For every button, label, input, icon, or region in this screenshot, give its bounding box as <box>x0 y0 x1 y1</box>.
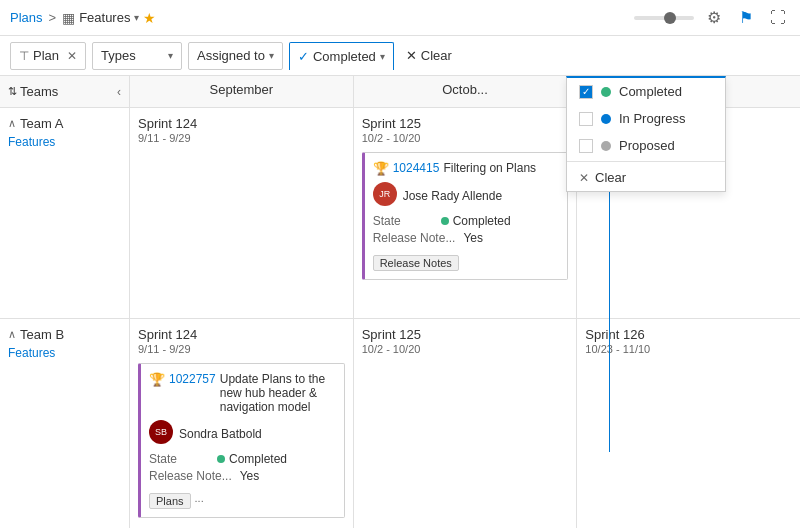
completed-chevron-icon: ▾ <box>380 51 385 62</box>
september-header: September <box>130 76 354 107</box>
dropdown-proposed-label: Proposed <box>619 138 675 153</box>
slider-track <box>634 16 694 20</box>
sprint-125-b-dates: 10/2 - 10/20 <box>362 343 569 355</box>
dropdown-clear-button[interactable]: ✕ Clear <box>567 164 725 191</box>
types-label: Types <box>101 48 136 63</box>
card-b-tags-row: Plans ... <box>149 487 336 509</box>
team-b-sprint-row: Sprint 124 9/11 - 9/29 🏆 1022757 Update … <box>130 319 800 529</box>
team-b-chevron-icon[interactable]: ∧ <box>8 328 16 341</box>
types-filter[interactable]: Types ▾ <box>92 42 182 70</box>
card-avatar-1022757: SB <box>149 420 173 444</box>
card-id-1022757[interactable]: 1022757 <box>169 372 216 386</box>
filter-button[interactable]: ⚑ <box>734 6 758 30</box>
completed-filter[interactable]: ✓ Completed ▾ <box>289 42 394 70</box>
star-icon[interactable]: ★ <box>143 10 156 26</box>
sprint-124-b-name: Sprint 124 <box>138 327 345 342</box>
proposed-checkbox[interactable] <box>579 139 593 153</box>
clear-all-label: Clear <box>421 48 452 63</box>
card-title-row: 🏆 1024415 Filtering on Plans <box>373 161 560 176</box>
breadcrumb-sep: > <box>49 10 57 25</box>
plans-tag[interactable]: Plans <box>149 493 191 509</box>
teams-header: ⇅ Teams ‹ <box>0 76 130 107</box>
state-label-b: State <box>149 452 209 466</box>
collapse-left-icon[interactable]: ‹ <box>117 85 121 99</box>
sprint-124-a-name: Sprint 124 <box>138 116 345 131</box>
assigned-to-filter[interactable]: Assigned to ▾ <box>188 42 283 70</box>
team-a-chevron-icon[interactable]: ∧ <box>8 117 16 130</box>
completed-dropdown-panel: ✓ Completed In Progress Proposed ✕ Clear <box>566 76 726 192</box>
avatar-initials-b: SB <box>155 427 167 437</box>
slider-thumb <box>664 12 676 24</box>
chevron-down-icon[interactable]: ▾ <box>134 12 139 23</box>
sprint-124-a-dates: 9/11 - 9/29 <box>138 132 345 144</box>
state-label: State <box>373 214 433 228</box>
teams-sort-icon: ⇅ <box>8 85 17 98</box>
card-title-1024415: Filtering on Plans <box>443 161 536 175</box>
dropdown-clear-label: Clear <box>595 170 626 185</box>
clear-all-button[interactable]: ✕ Clear <box>400 42 458 70</box>
team-b-features-link[interactable]: Features <box>8 346 121 360</box>
plan-filter-clear[interactable]: ✕ <box>67 49 77 63</box>
release-label-b: Release Note... <box>149 469 232 483</box>
card-id-1024415[interactable]: 1024415 <box>393 161 440 175</box>
team-b-sprint-125: Sprint 125 10/2 - 10/20 <box>354 319 578 529</box>
dropdown-completed-label: Completed <box>619 84 682 99</box>
assigned-to-label: Assigned to <box>197 48 265 63</box>
zoom-slider[interactable] <box>634 16 694 20</box>
sprint-125-a-name: Sprint 125 <box>362 116 569 131</box>
breadcrumb-area: Plans > ▦ Features ▾ ★ <box>10 10 156 26</box>
state-dot-icon <box>441 217 449 225</box>
card-assignee-1024415: Jose Rady Allende <box>403 189 502 203</box>
top-bar: Plans > ▦ Features ▾ ★ ⚙ ⚑ ⛶ <box>0 0 800 36</box>
dropdown-item-proposed[interactable]: Proposed <box>567 132 725 159</box>
completed-dot <box>601 87 611 97</box>
feature-trophy-icon: 🏆 <box>373 161 389 176</box>
settings-button[interactable]: ⚙ <box>702 6 726 30</box>
card-b-state-value: Completed <box>217 452 287 466</box>
sprint-125-b-name: Sprint 125 <box>362 327 569 342</box>
sprint-126-b-dates: 10/23 - 11/10 <box>585 343 792 355</box>
card-tags-row: Release Notes <box>373 249 560 271</box>
card-b-title-row: 🏆 1022757 Update Plans to the new hub he… <box>149 372 336 414</box>
team-a-features-link[interactable]: Features <box>8 135 121 149</box>
release-notes-tag[interactable]: Release Notes <box>373 255 459 271</box>
card-assignee-1022757: Sondra Batbold <box>179 427 262 441</box>
card-avatar-1024415: JR <box>373 182 397 206</box>
dropdown-inprogress-label: In Progress <box>619 111 685 126</box>
card-1022757: 🏆 1022757 Update Plans to the new hub he… <box>138 363 345 518</box>
completed-check-icon: ✓ <box>298 49 309 64</box>
card-title-1022757: Update Plans to the new hub header & nav… <box>220 372 336 414</box>
more-tags-button[interactable]: ... <box>195 492 204 504</box>
avatar-initials: JR <box>379 189 390 199</box>
team-a-sprint-124: Sprint 124 9/11 - 9/29 <box>130 108 354 318</box>
breadcrumb-plans[interactable]: Plans <box>10 10 43 25</box>
october-header: Octob... <box>354 76 578 107</box>
plan-filter[interactable]: ⊤ Plan ✕ <box>10 42 86 70</box>
completed-checkbox[interactable]: ✓ <box>579 85 593 99</box>
assigned-chevron-icon: ▾ <box>269 50 274 61</box>
sprint-124-b-dates: 9/11 - 9/29 <box>138 343 345 355</box>
breadcrumb-features[interactable]: Features <box>79 10 130 25</box>
card-state-field: State Completed <box>373 214 560 228</box>
state-text-b: Completed <box>229 452 287 466</box>
team-b-sprint-124: Sprint 124 9/11 - 9/29 🏆 1022757 Update … <box>130 319 354 529</box>
inprogress-checkbox[interactable] <box>579 112 593 126</box>
inprogress-dot <box>601 114 611 124</box>
feature-trophy-icon-b: 🏆 <box>149 372 165 387</box>
team-b-label: Team B <box>20 327 64 342</box>
expand-button[interactable]: ⛶ <box>766 6 790 30</box>
release-value-b: Yes <box>240 469 260 483</box>
top-bar-actions: ⚙ ⚑ ⛶ <box>634 6 790 30</box>
card-release-field: Release Note... Yes <box>373 231 560 245</box>
sprint-126-b-name: Sprint 126 <box>585 327 792 342</box>
release-label: Release Note... <box>373 231 456 245</box>
state-dot-icon-b <box>217 455 225 463</box>
card-b-release-field: Release Note... Yes <box>149 469 336 483</box>
card-state-value: Completed <box>441 214 511 228</box>
team-a-name: ∧ Team A <box>8 116 121 131</box>
team-a-sprint-125: Sprint 125 10/2 - 10/20 🏆 1024415 Filter… <box>354 108 578 318</box>
dropdown-item-inprogress[interactable]: In Progress <box>567 105 725 132</box>
dropdown-item-completed[interactable]: ✓ Completed <box>567 78 725 105</box>
types-chevron-icon: ▾ <box>168 50 173 61</box>
release-value: Yes <box>463 231 483 245</box>
